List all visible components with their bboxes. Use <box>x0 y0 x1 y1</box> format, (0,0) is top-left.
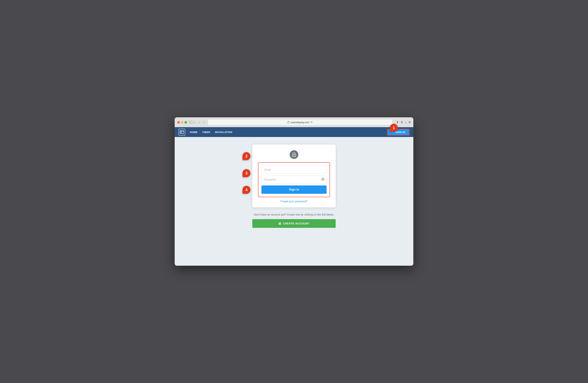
svg-point-10 <box>323 179 324 180</box>
login-form-box: Sign in <box>258 162 330 197</box>
create-account-button[interactable]: ⊞ CREATE ACCOUNT <box>252 219 336 228</box>
nav-timer[interactable]: TIMER <box>202 131 210 134</box>
svg-rect-5 <box>181 132 182 133</box>
url-text: examdisplay.com <box>291 121 309 124</box>
share-button[interactable]: ⬆ <box>401 120 403 124</box>
new-tab-button[interactable]: + <box>405 121 407 124</box>
browser-titlebar: ‹ › examdisplay.com ↻ ⬇ ⬆ + ⧉ <box>177 119 411 127</box>
browser-chrome: ‹ › examdisplay.com ↻ ⬇ ⬆ + ⧉ <box>175 117 413 127</box>
no-account-text: Don't have an account yet? Create one by… <box>254 213 334 216</box>
download-button[interactable]: ⬇ <box>396 120 399 124</box>
svg-rect-2 <box>288 122 289 123</box>
minimize-button[interactable] <box>181 121 183 124</box>
address-bar[interactable]: examdisplay.com ↻ <box>208 119 393 125</box>
bottom-section: Don't have an account yet? Create one by… <box>252 213 336 228</box>
forward-button[interactable]: › <box>203 120 205 124</box>
app-wrapper: 1 HOME TIMER INVIGILATION → SIGN IN <box>175 127 413 266</box>
app-logo <box>178 129 185 135</box>
annotation-bubble-2: 2 <box>242 152 251 160</box>
sidebar-toggle-icon[interactable] <box>189 121 196 124</box>
copy-button[interactable]: ⧉ <box>409 120 411 124</box>
login-card-wrapper: 2 3 4 <box>252 145 336 207</box>
password-wrapper <box>261 176 327 184</box>
svg-point-9 <box>321 178 324 180</box>
nav-links: HOME TIMER INVIGILATION <box>190 131 232 134</box>
browser-actions: ⬇ ⬆ + ⧉ <box>396 120 411 124</box>
email-input[interactable] <box>261 166 327 174</box>
create-account-icon: ⊞ <box>278 222 281 225</box>
password-input[interactable] <box>261 176 327 184</box>
nav-home[interactable]: HOME <box>190 131 198 134</box>
forgot-password-link[interactable]: Forgot your password? <box>280 200 307 203</box>
svg-rect-0 <box>189 121 193 124</box>
signin-submit-button[interactable]: Sign in <box>261 185 327 194</box>
svg-point-7 <box>294 155 294 156</box>
maximize-button[interactable] <box>185 121 187 124</box>
login-card: Sign in Forgot your password? <box>252 145 336 207</box>
security-icon <box>287 121 290 124</box>
back-button[interactable]: ‹ <box>198 120 200 124</box>
toggle-password-button[interactable] <box>321 178 325 181</box>
lock-icon <box>290 150 298 159</box>
traffic-lights <box>177 121 187 124</box>
nav-invigilation[interactable]: INVIGILATION <box>215 131 232 134</box>
annotation-bubble-1: 1 <box>390 124 398 132</box>
browser-window: ‹ › examdisplay.com ↻ ⬇ ⬆ + ⧉ <box>175 117 413 266</box>
close-button[interactable] <box>177 121 180 124</box>
annotation-bubble-3: 3 <box>242 169 251 177</box>
page-content: 2 3 4 <box>175 137 413 266</box>
app-navbar: 1 HOME TIMER INVIGILATION → SIGN IN <box>175 127 413 137</box>
annotation-bubble-4: 4 <box>242 186 251 194</box>
refresh-button[interactable]: ↻ <box>311 121 313 124</box>
